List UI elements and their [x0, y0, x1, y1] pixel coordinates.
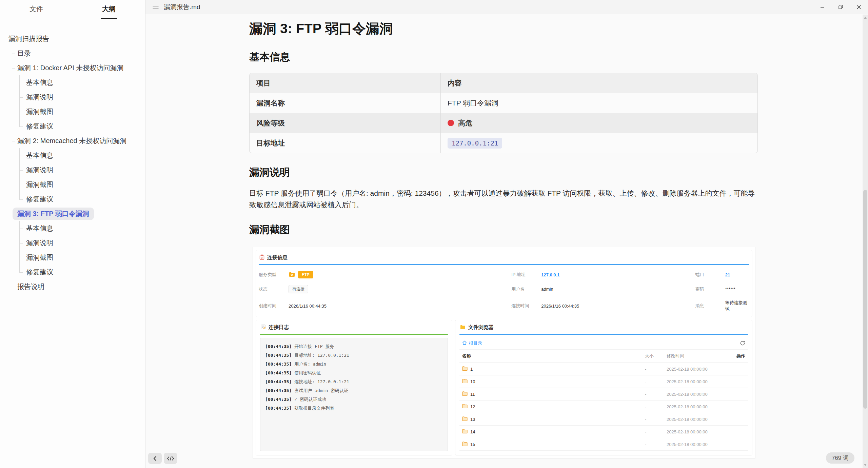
outline-label: 修复建议 — [26, 268, 53, 277]
outline-item[interactable]: 修复建议 — [0, 119, 145, 134]
log-line: [00:44:35]开始连接 FTP 服务 — [265, 342, 443, 351]
folder-icon — [462, 442, 468, 447]
outline-item[interactable]: 漏洞截图 — [0, 104, 145, 119]
outline-item[interactable]: 漏洞 1: Docker API 未授权访问漏洞 — [0, 61, 145, 75]
close-button[interactable] — [850, 0, 868, 14]
file-mtime: 2025-02-18 00:00:00 — [667, 379, 726, 384]
restore-button[interactable] — [831, 0, 850, 14]
log-message: 使用密码认证 — [294, 370, 321, 375]
close-icon — [856, 5, 861, 9]
outline-item[interactable]: 漏洞说明 — [0, 163, 145, 177]
titlebar: 漏洞报告.md — [145, 0, 868, 14]
log-timestamp: [00:44:35] — [265, 362, 292, 367]
connection-field: 连接时间2026/1/16 00:44:35 — [511, 300, 695, 312]
file-row: 14-2025-02-18 00:00:00 — [459, 426, 748, 438]
log-message: 开始连接 FTP 服务 — [294, 344, 334, 349]
table-header-row: 项目 内容 — [250, 73, 757, 93]
file-table-body: 1-2025-02-18 00:00:0010-2025-02-18 00:00… — [459, 363, 748, 451]
field-label: 密码 — [695, 286, 725, 292]
word-count-badge[interactable]: 769 词 — [826, 452, 854, 464]
outline-item[interactable]: 基本信息 — [0, 221, 145, 236]
scroll-up-arrow[interactable] — [864, 17, 867, 19]
basic-info-table: 项目 内容 漏洞名称FTP 弱口令漏洞风险等级高危目标地址127.0.0.1:2… — [249, 73, 758, 153]
back-button[interactable] — [148, 453, 162, 464]
file-size: - — [645, 367, 667, 372]
file-table-header: 名称大小修改时间操作 — [459, 349, 748, 363]
tree-guide-line — [12, 163, 12, 177]
field-value: 等待连接测试 — [725, 300, 749, 312]
tree-guide-line — [12, 236, 12, 250]
table-row: 风险等级高危 — [250, 113, 757, 133]
field-value: admin — [541, 287, 553, 292]
file-name-cell: 13 — [462, 416, 645, 422]
field-value-text: 等待连接测试 — [725, 300, 749, 312]
connection-field: 创建时间2026/1/16 00:44:35 — [259, 300, 511, 312]
log-line: [00:44:35]目标地址: 127.0.0.1:21 — [265, 351, 443, 360]
sidebar-tabs: 文件 大纲 — [0, 0, 145, 19]
code-icon — [167, 456, 174, 461]
tree-guide-line — [12, 177, 12, 192]
description-text: 目标 FTP 服务使用了弱口令（用户名: admin，密码: 123456），攻… — [249, 188, 758, 211]
field-value-text: 21 — [725, 272, 730, 277]
outline-label: 漏洞 2: Memcached 未授权访问漏洞 — [17, 136, 126, 145]
outline-item[interactable]: 目录 — [0, 46, 145, 61]
outline-item[interactable]: 基本信息 — [0, 148, 145, 163]
editor-area: 漏洞 3: FTP 弱口令漏洞 基本信息 项目 内容 漏洞名称FTP 弱口令漏洞… — [146, 15, 863, 468]
connection-log-panel: 连接日志 [00:44:35]开始连接 FTP 服务[00:44:35]目标地址… — [256, 320, 452, 455]
source-code-mode-button[interactable] — [164, 453, 177, 464]
field-value-text: 2026/1/16 00:44:35 — [289, 304, 327, 309]
outline-item[interactable]: 漏洞 3: FTP 弱口令漏洞 — [0, 207, 145, 221]
file-browser-title: 文件浏览器 — [468, 324, 494, 331]
file-size: - — [645, 442, 667, 447]
outline-label: 漏洞扫描报告 — [8, 34, 49, 43]
outline-item[interactable]: 基本信息 — [0, 75, 145, 90]
screenshot-panels: 连接日志 [00:44:35]开始连接 FTP 服务[00:44:35]目标地址… — [256, 320, 752, 455]
outline-item[interactable]: 报告说明 — [0, 279, 145, 294]
outline-item[interactable]: 漏洞截图 — [0, 250, 145, 265]
log-output: [00:44:35]开始连接 FTP 服务[00:44:35]目标地址: 127… — [260, 338, 448, 451]
connection-field: 端口21 — [695, 271, 749, 278]
log-timestamp: [00:44:35] — [265, 379, 292, 384]
tree-tick-line — [19, 97, 23, 98]
file-row: 13-2025-02-18 00:00:00 — [459, 413, 748, 426]
connection-field: 状态待连接 — [259, 285, 511, 293]
file-column-header: 大小 — [645, 353, 667, 359]
log-timestamp: [00:44:35] — [265, 397, 292, 402]
table-cell-label: 风险等级 — [250, 113, 440, 133]
log-timestamp: [00:44:35] — [265, 388, 292, 393]
outline-item[interactable]: 漏洞 2: Memcached 未授权访问漏洞 — [0, 134, 145, 148]
folder-icon — [462, 404, 468, 409]
field-label: 创建时间 — [259, 303, 289, 309]
vulnerability-screenshot-image[interactable]: 连接信息 服务类型FTPIP 地址127.0.0.1端口21状态待连接用户名ad… — [253, 247, 755, 459]
outline-label: 漏洞 3: FTP 弱口令漏洞 — [13, 208, 94, 220]
file-name: 10 — [470, 379, 475, 384]
scroll-down-arrow[interactable] — [864, 464, 867, 466]
green-divider — [260, 334, 448, 335]
outline-item[interactable]: 漏洞扫描报告 — [0, 32, 145, 46]
scrollbar-thumb[interactable] — [863, 190, 867, 409]
minimize-icon — [820, 5, 825, 9]
connection-log-header: 连接日志 — [260, 321, 448, 334]
log-message: 目标地址: 127.0.0.1:21 — [294, 353, 349, 358]
minimize-button[interactable] — [813, 0, 831, 14]
sidebar-toggle-icon[interactable] — [152, 5, 159, 9]
outline-item[interactable]: 漏洞截图 — [0, 177, 145, 192]
log-message: 获取根目录文件列表 — [294, 406, 334, 411]
tab-outline[interactable]: 大纲 — [73, 0, 145, 19]
tab-files[interactable]: 文件 — [0, 0, 73, 19]
outline-item[interactable]: 修复建议 — [0, 265, 145, 279]
file-size: - — [645, 404, 667, 409]
connection-field: IP 地址127.0.0.1 — [511, 271, 695, 278]
tree-tick-line — [19, 258, 23, 258]
tree-tick-line — [19, 199, 23, 200]
tree-tick-line — [19, 83, 23, 83]
tree-tick-line — [19, 170, 23, 171]
field-value: ****** — [725, 287, 735, 292]
vertical-scrollbar[interactable] — [863, 15, 868, 468]
log-timestamp: [00:44:35] — [265, 353, 292, 358]
outline-item[interactable]: 漏洞说明 — [0, 236, 145, 250]
file-column-header: 操作 — [726, 353, 745, 359]
outline-item[interactable]: 漏洞说明 — [0, 90, 145, 104]
connection-info-header: 连接信息 — [259, 252, 749, 264]
outline-item[interactable]: 修复建议 — [0, 192, 145, 207]
